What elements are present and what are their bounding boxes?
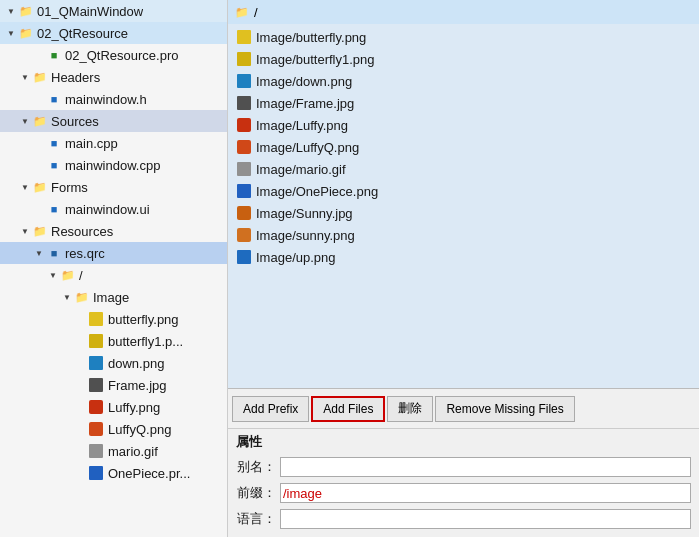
tree-item-mario-gif[interactable]: mario.gif (0, 440, 227, 462)
onepiece-icon (88, 465, 104, 481)
add-prefix-button[interactable]: Add Prefix (232, 396, 309, 422)
tree-item-luffy-png[interactable]: Luffy.png (0, 396, 227, 418)
file-icon-butterfly1 (236, 51, 252, 67)
file-name-butterfly: Image/butterfly.png (256, 30, 366, 45)
pro-icon: ■ (46, 47, 62, 63)
folder-icon-02qt: 📁 (18, 25, 34, 41)
tree-item-headers[interactable]: ▼ 📁 Headers (0, 66, 227, 88)
cpp-icon-mainwindow: ■ (46, 157, 62, 173)
file-row-sunny2[interactable]: Image/sunny.png (228, 224, 699, 246)
down-icon (88, 355, 104, 371)
label-main-cpp: main.cpp (65, 136, 118, 151)
label-mario-gif: mario.gif (108, 444, 158, 459)
file-row-sunny[interactable]: Image/Sunny.jpg (228, 202, 699, 224)
label-mainwindow-ui: mainwindow.ui (65, 202, 150, 217)
prefix-row: 前缀： (236, 481, 691, 505)
arrow-forms: ▼ (18, 180, 32, 194)
file-icon-butterfly (236, 29, 252, 45)
tree-item-resources[interactable]: ▼ 📁 Resources (0, 220, 227, 242)
file-row-butterfly[interactable]: Image/butterfly.png (228, 26, 699, 48)
root-folder-icon: 📁 (234, 4, 250, 20)
file-row-down[interactable]: Image/down.png (228, 70, 699, 92)
tree-item-butterfly1-png[interactable]: butterfly1.p... (0, 330, 227, 352)
label-res-qrc: res.qrc (65, 246, 105, 261)
tree-item-mainwindow-cpp[interactable]: ■ mainwindow.cpp (0, 154, 227, 176)
file-name-sunny: Image/Sunny.jpg (256, 206, 353, 221)
file-row-onepiece[interactable]: Image/OnePiece.png (228, 180, 699, 202)
tree-item-frame-jpg[interactable]: Frame.jpg (0, 374, 227, 396)
file-icon-luffyq (236, 139, 252, 155)
file-row-butterfly1[interactable]: Image/butterfly1.png (228, 48, 699, 70)
lang-row: 语言： (236, 507, 691, 531)
lang-label: 语言： (236, 510, 276, 528)
file-name-sunny2: Image/sunny.png (256, 228, 355, 243)
tree-item-butterfly-png[interactable]: butterfly.png (0, 308, 227, 330)
tree-item-02pro[interactable]: ■ 02_QtResource.pro (0, 44, 227, 66)
file-row-mario[interactable]: Image/mario.gif (228, 158, 699, 180)
file-name-down: Image/down.png (256, 74, 352, 89)
root-header-label: / (254, 5, 258, 20)
arrow-slash: ▼ (46, 268, 60, 282)
alias-input[interactable] (280, 457, 691, 477)
file-row-frame[interactable]: Image/Frame.jpg (228, 92, 699, 114)
alias-label: 别名： (236, 458, 276, 476)
file-row-luffy[interactable]: Image/Luffy.png (228, 114, 699, 136)
file-icon-onepiece (236, 183, 252, 199)
delete-button[interactable]: 删除 (387, 396, 433, 422)
tree-item-onepiece-png[interactable]: OnePiece.pr... (0, 462, 227, 484)
file-icon-up (236, 249, 252, 265)
file-list: Image/butterfly.png Image/butterfly1.png… (228, 24, 699, 388)
tree-item-mainwindow-ui[interactable]: ■ mainwindow.ui (0, 198, 227, 220)
frame-icon (88, 377, 104, 393)
file-name-onepiece: Image/OnePiece.png (256, 184, 378, 199)
right-panel: 📁 / Image/butterfly.png Image/butterfly1… (228, 0, 699, 537)
prefix-input[interactable] (280, 483, 691, 503)
image-folder-icon: 📁 (74, 289, 90, 305)
folder-icon-01main: 📁 (18, 3, 34, 19)
label-butterfly1-png: butterfly1.p... (108, 334, 183, 349)
file-icon-mario (236, 161, 252, 177)
folder-icon-resources: 📁 (32, 223, 48, 239)
cpp-icon-main: ■ (46, 135, 62, 151)
arrow-sources: ▼ (18, 114, 32, 128)
label-butterfly-png: butterfly.png (108, 312, 179, 327)
file-name-luffyq: Image/LuffyQ.png (256, 140, 359, 155)
tree-item-01main[interactable]: ▼ 📁 01_QMainWindow (0, 0, 227, 22)
file-icon-sunny2 (236, 227, 252, 243)
lang-input[interactable] (280, 509, 691, 529)
file-icon-sunny (236, 205, 252, 221)
tree-item-luffyq-png[interactable]: LuffyQ.png (0, 418, 227, 440)
label-headers: Headers (51, 70, 100, 85)
label-sources: Sources (51, 114, 99, 129)
qrc-icon: ■ (46, 245, 62, 261)
file-name-butterfly1: Image/butterfly1.png (256, 52, 375, 67)
tree-item-image-folder[interactable]: ▼ 📁 Image (0, 286, 227, 308)
tree-item-slash[interactable]: ▼ 📁 / (0, 264, 227, 286)
folder-icon-forms: 📁 (32, 179, 48, 195)
tree-item-sources[interactable]: ▼ 📁 Sources (0, 110, 227, 132)
h-icon: ■ (46, 91, 62, 107)
tree-item-02qt[interactable]: ▼ 📁 02_QtResource (0, 22, 227, 44)
label-onepiece-png: OnePiece.pr... (108, 466, 190, 481)
tree-item-forms[interactable]: ▼ 📁 Forms (0, 176, 227, 198)
label-resources: Resources (51, 224, 113, 239)
remove-missing-button[interactable]: Remove Missing Files (435, 396, 574, 422)
label-frame-jpg: Frame.jpg (108, 378, 167, 393)
label-forms: Forms (51, 180, 88, 195)
tree-item-main-cpp[interactable]: ■ main.cpp (0, 132, 227, 154)
label-slash: / (79, 268, 83, 283)
add-files-button[interactable]: Add Files (311, 396, 385, 422)
label-02qt: 02_QtResource (37, 26, 128, 41)
label-mainwindow-h: mainwindow.h (65, 92, 147, 107)
prefix-label: 前缀： (236, 484, 276, 502)
file-row-luffyq[interactable]: Image/LuffyQ.png (228, 136, 699, 158)
butterfly-icon (88, 311, 104, 327)
luffy-icon (88, 399, 104, 415)
arrow-01main: ▼ (4, 4, 18, 18)
tree-item-res-qrc[interactable]: ▼ ■ res.qrc (0, 242, 227, 264)
arrow-image-folder: ▼ (60, 290, 74, 304)
tree-item-down-png[interactable]: down.png (0, 352, 227, 374)
file-list-header: 📁 / (228, 0, 699, 24)
tree-item-mainwindow-h[interactable]: ■ mainwindow.h (0, 88, 227, 110)
file-row-up[interactable]: Image/up.png (228, 246, 699, 268)
